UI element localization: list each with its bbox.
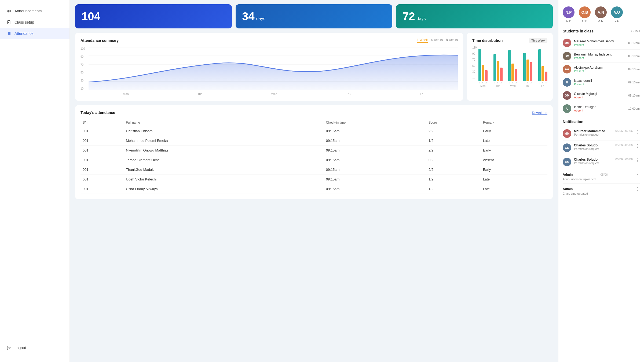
time-dist-badge: This Week: [529, 38, 547, 43]
col-remark: Remark: [481, 119, 547, 126]
student-time: 09:10am: [628, 81, 640, 84]
student-time: 09:10am: [628, 54, 640, 58]
stat-card-2: 34 days: [236, 4, 392, 28]
bar-tue-a: [500, 68, 503, 81]
student-item: OM Okwute Mgbeoji Absent 09:10am: [563, 89, 640, 102]
notif-admin-item: Admin ⋮ Class time updated: [563, 184, 640, 198]
logout-button[interactable]: Logout: [6, 343, 63, 352]
notif-name: Charles Soludo: [574, 143, 613, 147]
notif-date: 05/06 - 07/06: [615, 129, 633, 132]
cell-sn: 001: [80, 146, 124, 155]
notif-admin-menu-button[interactable]: ⋮: [635, 186, 640, 191]
table-title: Today's attendance: [80, 110, 115, 115]
stat-number-2: 34 days: [242, 11, 386, 22]
center-panel: 104 34 days 72 days: [70, 0, 558, 362]
table-row: 001 Nkemdilim Onowu Matthias 09:15am 2/2…: [80, 146, 547, 155]
stat-card-1: 104: [75, 4, 232, 28]
bar-group-tue: E L A Tue: [493, 46, 503, 87]
student-avatar: AA: [563, 65, 571, 73]
avatar-an: A.N: [595, 6, 607, 18]
cell-name: Nkemdilim Onowu Matthias: [124, 146, 324, 155]
student-item: BM Benjamin Murray Indecent Present 09:1…: [563, 50, 640, 63]
notif-info: Charles Soludo Permission request: [574, 143, 613, 150]
notif-info: Charles Soludo Permission request: [574, 158, 613, 165]
notif-admin-item: Admin 05/06 ⋮ Announcement uploaded: [563, 169, 640, 184]
student-avatar: IU: [563, 104, 571, 113]
student-avatar: MM: [563, 39, 571, 47]
student-name: Benjamin Murray Indecent: [574, 53, 625, 56]
student-time: 12:00pm: [628, 107, 640, 110]
sidebar-item-class-setup[interactable]: Class setup: [0, 17, 69, 28]
notif-menu-button[interactable]: ⋮: [635, 158, 640, 163]
avatar-item-an: A.N A.N: [595, 6, 607, 23]
sidebar-item-attendance[interactable]: Attendance: [0, 28, 69, 39]
charts-row: Attendance summary 1 Week 4 weeks 8 week…: [75, 33, 553, 101]
notif-menu-button[interactable]: ⋮: [635, 143, 640, 149]
cell-remark: Absent: [481, 155, 547, 165]
bar-fri-a: [545, 72, 547, 81]
cell-sn: 001: [80, 136, 124, 146]
notif-name: Charles Soludo: [574, 158, 613, 161]
cell-score: 2/2: [426, 146, 481, 155]
student-avatar: II: [563, 78, 571, 87]
chart-tab-8weeks[interactable]: 8 weeks: [446, 38, 458, 43]
chart-tab-1week[interactable]: 1 Week: [417, 38, 427, 43]
bar-group-wed: E L A Wed: [508, 46, 517, 87]
student-item: AA Akidimkpo Abraham Present 09:10am: [563, 63, 640, 76]
notif-info: Maureer Mohammed Permission request: [574, 129, 613, 136]
sidebar-item-announcements[interactable]: Announcements: [0, 5, 69, 17]
stat-number-3: 72 days: [402, 11, 546, 22]
notif-name: Maureer Mohammed: [574, 129, 613, 133]
attendance-summary-card: Attendance summary 1 Week 4 weeks 8 week…: [75, 33, 463, 101]
bar-wed-labels: E L A: [508, 82, 517, 84]
cell-score: 1/2: [426, 184, 481, 194]
sidebar-item-announcements-label: Announcements: [14, 9, 42, 13]
student-status: Present: [574, 69, 625, 73]
cell-checkin: 09:15am: [324, 165, 426, 175]
chart-area: 110 90 70 50 30 10: [80, 47, 458, 95]
time-distribution-card: Time distribution This Week 110 90 70 50…: [467, 33, 553, 101]
bar-group-tue-bars: [493, 46, 503, 81]
bar-fri-e: [538, 49, 541, 81]
table-row: 001 Tersoo Clement Oche 09:15am 0/2 Abse…: [80, 155, 547, 165]
col-sn: S/n: [80, 119, 124, 126]
table-row: 001 Mohammed Pelumi Emeka 09:15am 1/2 La…: [80, 136, 547, 146]
bar-group-mon: E L A Mon: [478, 46, 488, 87]
logout-icon: [6, 345, 11, 350]
notif-menu-button[interactable]: ⋮: [635, 129, 640, 134]
cell-checkin: 09:15am: [324, 126, 426, 136]
notif-date: 05/06 - 05/06: [615, 158, 633, 161]
cell-sn: 001: [80, 175, 124, 184]
cell-name: Christian Chisom: [124, 126, 324, 136]
notif-admin-menu-button[interactable]: ⋮: [635, 172, 640, 177]
table-row: 001 Udeh Victor Kelechi 09:15am 1/2 Late: [80, 175, 547, 184]
bar-wed-e: [508, 50, 511, 81]
cell-name: Mohammed Pelumi Emeka: [124, 136, 324, 146]
attendance-table-card: Today's attendance Download S/n Full nam…: [75, 105, 553, 199]
notif-avatar: CS: [563, 143, 571, 152]
bar-mon-a: [485, 70, 488, 81]
avatar-np: N.P: [563, 6, 575, 18]
cell-sn: 001: [80, 126, 124, 136]
cell-sn: 001: [80, 165, 124, 175]
stats-row: 104 34 days 72 days: [75, 4, 553, 28]
cell-remark: Late: [481, 136, 547, 146]
sidebar-bottom: Logout: [0, 339, 69, 357]
attendance-table: S/n Full name Check-in time Score Remark…: [80, 119, 547, 194]
bar-fri-l: [541, 66, 544, 81]
cell-sn: 001: [80, 184, 124, 194]
bar-fri-day: Fri: [541, 84, 544, 87]
col-fullname: Full name: [124, 119, 324, 126]
student-avatar: OM: [563, 91, 571, 100]
cell-checkin: 09:15am: [324, 146, 426, 155]
bar-chart-y: 110 90 70 50 30 10: [472, 46, 478, 87]
student-status: Present: [574, 43, 625, 46]
download-link[interactable]: Download: [532, 111, 547, 115]
chart-y-labels: 110 90 70 50 30 10: [80, 47, 85, 90]
chart-tab-4weeks[interactable]: 4 weeks: [431, 38, 443, 43]
notif-admin-sub: Announcement uploaded: [563, 178, 640, 181]
notif-item: MM Maureer Mohammed Permission request 0…: [563, 127, 640, 141]
bar-thu-day: Thu: [526, 84, 530, 87]
student-status: Present: [574, 83, 625, 86]
student-name: Akidimkpo Abraham: [574, 66, 625, 69]
